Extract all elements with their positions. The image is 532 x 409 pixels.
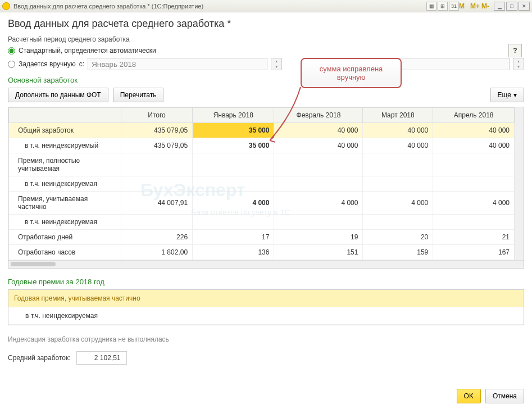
table-cell[interactable]: 20: [363, 230, 433, 245]
radio-auto[interactable]: [8, 47, 15, 54]
table-cell[interactable]: [433, 153, 515, 176]
table-cell[interactable]: 40 000: [274, 123, 363, 138]
section-premium-title: Годовые премии за 2018 год: [8, 278, 524, 286]
toolbar-icon-1[interactable]: ▦: [426, 2, 436, 11]
table-cell[interactable]: [193, 176, 274, 192]
chevron-down-icon: ▾: [513, 91, 517, 99]
table-cell[interactable]: 226: [121, 230, 193, 245]
indexation-note: Индексация заработка сотрудника не выпол…: [8, 335, 524, 343]
table-cell[interactable]: [433, 176, 515, 192]
radio-manual[interactable]: [8, 61, 15, 68]
table-cell[interactable]: 151: [274, 245, 363, 260]
table-cell[interactable]: [274, 176, 363, 192]
table-row[interactable]: в т.ч. неиндексируемая: [9, 176, 515, 192]
table-cell[interactable]: 1 802,00: [121, 245, 193, 260]
table-cell[interactable]: [121, 215, 193, 230]
page-title: Ввод данных для расчета среднего заработ…: [8, 18, 524, 30]
table-cell[interactable]: 4 000: [363, 192, 433, 215]
row-label: Премия, учитываемая частично: [9, 192, 121, 215]
table-row[interactable]: Общий заработок435 079,0535 00040 00040 …: [9, 123, 515, 138]
table-cell[interactable]: 21: [433, 230, 515, 245]
period-to-spinner[interactable]: ▲▼: [513, 58, 524, 70]
period-from-input[interactable]: [88, 58, 267, 70]
table-cell[interactable]: [433, 215, 515, 230]
section-main-title: Основной заработок: [8, 76, 524, 84]
table-header: Март 2018: [363, 108, 433, 123]
premium-sub-row[interactable]: в т.ч. неиндексируемая: [8, 307, 524, 325]
table-cell[interactable]: [121, 153, 193, 176]
table-cell[interactable]: 40 000: [274, 138, 363, 153]
maximize-button[interactable]: □: [506, 2, 517, 11]
window-title: Ввод данных для расчета среднего заработ…: [13, 3, 203, 10]
avg-label: Средний заработок:: [8, 354, 71, 362]
from-label: с:: [79, 60, 84, 68]
row-label: Премия, полностью учитываемая: [9, 153, 121, 176]
ok-button[interactable]: OK: [457, 389, 481, 403]
radio-auto-label: Стандартный, определяется автоматически: [19, 47, 156, 54]
table-cell[interactable]: 40 000: [433, 138, 515, 153]
premium-table: Годовая премия, учитываемая частично в т…: [8, 289, 524, 325]
memory-m-button[interactable]: M: [459, 2, 470, 10]
table-cell[interactable]: [193, 215, 274, 230]
table-cell[interactable]: [274, 153, 363, 176]
period-from-spinner[interactable]: ▲▼: [271, 58, 282, 70]
table-cell[interactable]: 159: [363, 245, 433, 260]
table-cell[interactable]: 167: [433, 245, 515, 260]
calendar-icon[interactable]: 31: [449, 2, 459, 11]
main-earnings-table: ИтогоЯнварь 2018Февраль 2018Март 2018Апр…: [8, 107, 524, 269]
table-cell[interactable]: 435 079,05: [121, 123, 193, 138]
row-label: Отработано часов: [9, 245, 121, 260]
minimize-button[interactable]: ▁: [494, 2, 505, 11]
table-cell[interactable]: 136: [193, 245, 274, 260]
table-cell[interactable]: 40 000: [433, 123, 515, 138]
table-cell[interactable]: [363, 153, 433, 176]
table-cell[interactable]: 19: [274, 230, 363, 245]
table-cell[interactable]: 35 000: [193, 138, 274, 153]
table-cell[interactable]: [121, 176, 193, 192]
table-cell[interactable]: 4 000: [433, 192, 515, 215]
cancel-button[interactable]: Отмена: [485, 389, 524, 403]
vertical-scrollbar[interactable]: [515, 107, 524, 260]
table-cell[interactable]: 35 000: [193, 123, 274, 138]
table-row[interactable]: Отработано часов1 802,00136151159167: [9, 245, 515, 260]
close-button[interactable]: ✕: [519, 2, 530, 11]
row-label: Общий заработок: [9, 123, 121, 138]
calculator-icon[interactable]: ⊞: [438, 2, 448, 11]
table-cell[interactable]: 4 000: [193, 192, 274, 215]
help-button[interactable]: ?: [508, 44, 522, 57]
table-cell[interactable]: 44 007,91: [121, 192, 193, 215]
table-cell[interactable]: 4 000: [274, 192, 363, 215]
table-cell[interactable]: 40 000: [363, 138, 433, 153]
premium-header-row[interactable]: Годовая премия, учитываемая частично: [8, 290, 524, 307]
table-header: Апрель 2018: [433, 108, 515, 123]
row-label: в т.ч. неиндексируемая: [9, 176, 121, 192]
more-button[interactable]: Еще ▾: [490, 88, 524, 102]
table-cell[interactable]: [193, 153, 274, 176]
radio-manual-label: Задается вручную: [19, 60, 76, 68]
memory-mminus-button[interactable]: M-: [481, 2, 493, 10]
table-cell[interactable]: [363, 215, 433, 230]
table-row[interactable]: в т.ч. неиндексируемая: [9, 215, 515, 230]
table-header: Январь 2018: [193, 108, 274, 123]
row-label: в т.ч. неиндексируемый: [9, 138, 121, 153]
table-header: Февраль 2018: [274, 108, 363, 123]
table-cell[interactable]: [363, 176, 433, 192]
period-label: Расчетный период среднего заработка: [8, 35, 524, 43]
table-header: Итого: [121, 108, 193, 123]
add-fot-button[interactable]: Дополнить по данным ФОТ: [8, 88, 108, 102]
table-cell[interactable]: 435 079,05: [121, 138, 193, 153]
app-icon: [2, 2, 10, 10]
table-row[interactable]: Премия, учитываемая частично44 007,914 0…: [9, 192, 515, 215]
table-row[interactable]: Премия, полностью учитываемая: [9, 153, 515, 176]
table-row[interactable]: в т.ч. неиндексируемый435 079,0535 00040…: [9, 138, 515, 153]
avg-value: 2 102,51: [76, 351, 127, 365]
row-label: в т.ч. неиндексируемая: [9, 215, 121, 230]
horizontal-scrollbar[interactable]: [8, 260, 524, 268]
table-cell[interactable]: 40 000: [363, 123, 433, 138]
recalc-button[interactable]: Перечитать: [113, 88, 164, 102]
table-cell[interactable]: [274, 215, 363, 230]
callout-tooltip: сумма исправлена вручную: [301, 58, 402, 88]
table-cell[interactable]: 17: [193, 230, 274, 245]
memory-mplus-button[interactable]: M+: [470, 2, 481, 10]
table-row[interactable]: Отработано дней22617192021: [9, 230, 515, 245]
